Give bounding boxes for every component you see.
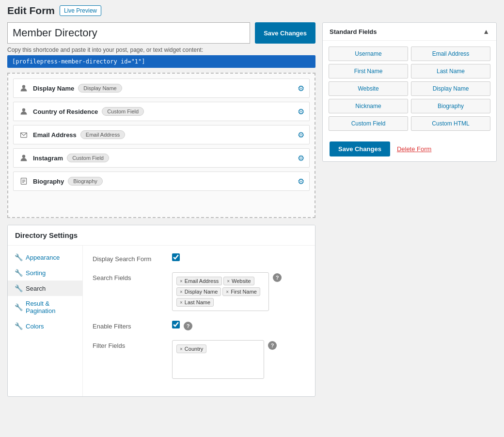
tag-remove-icon[interactable]: × — [180, 300, 183, 305]
tag-remove-icon[interactable]: × — [180, 279, 183, 284]
field-tag: Custom Field — [102, 107, 144, 116]
tag-remove-icon[interactable]: × — [226, 289, 229, 295]
standard-field-button[interactable]: Nickname — [329, 99, 408, 113]
right-column: Standard Fields ▲ UsernameEmail AddressF… — [322, 22, 497, 168]
enable-filters-label: Enable Filters — [93, 321, 165, 330]
field-label: Country of Residence — [33, 108, 98, 115]
directory-settings: Directory Settings 🔧Appearance🔧Sorting🔧S… — [7, 225, 315, 397]
shortcode-box: [profilepress-member-directory id="1"] — [7, 55, 315, 68]
standard-field-button[interactable]: Email Address — [411, 47, 490, 61]
settings-nav-item-result-&-pagination[interactable]: 🔧Result & Pagination — [8, 296, 82, 318]
page-title: Edit Form — [7, 5, 55, 16]
nav-wrench-icon: 🔧 — [15, 322, 23, 330]
field-label: Instagram — [33, 155, 63, 162]
nav-label: Appearance — [26, 254, 60, 261]
shortcode-label: Copy this shortcode and paste it into yo… — [7, 47, 315, 53]
nav-wrench-icon: 🔧 — [15, 284, 23, 292]
field-gear-icon[interactable]: ⚙ — [298, 107, 304, 116]
field-tag: Email Address — [80, 130, 125, 139]
collapse-arrow-icon[interactable]: ▲ — [483, 28, 489, 35]
tag-remove-icon[interactable]: × — [227, 279, 230, 284]
save-changes-button-top[interactable]: Save Changes — [255, 22, 315, 44]
search-fields-label: Search Fields — [93, 272, 165, 281]
search-fields-help-icon[interactable]: ? — [273, 273, 282, 282]
delete-form-button[interactable]: Delete Form — [397, 145, 432, 153]
standard-field-button[interactable]: First Name — [329, 64, 408, 78]
settings-nav-item-search[interactable]: 🔧Search — [8, 281, 82, 296]
left-column: Save Changes Copy this shortcode and pas… — [7, 22, 315, 397]
filter-fields-help-icon[interactable]: ? — [268, 341, 277, 350]
standard-field-button[interactable]: Last Name — [411, 64, 490, 78]
nav-wrench-icon: 🔧 — [15, 269, 23, 277]
form-name-input[interactable] — [7, 22, 250, 44]
svg-point-0 — [22, 85, 25, 88]
field-row: Country of Residence Custom Field ⚙ — [13, 102, 310, 121]
search-tag[interactable]: ×Email Address — [176, 277, 222, 285]
enable-filters-row: Enable Filters ? — [93, 321, 305, 330]
search-tag[interactable]: ×First Name — [222, 287, 260, 296]
field-row: Email Address Email Address ⚙ — [13, 125, 310, 144]
standard-fields-title: Standard Fields — [330, 28, 377, 35]
search-tag[interactable]: ×Display Name — [176, 287, 221, 296]
tag-remove-icon[interactable]: × — [180, 346, 183, 352]
nav-wrench-icon: 🔧 — [15, 303, 23, 311]
display-search-form-checkbox[interactable] — [172, 253, 180, 261]
standard-field-button[interactable]: Custom HTML — [411, 116, 490, 131]
settings-nav-item-appearance[interactable]: 🔧Appearance — [8, 250, 82, 265]
field-tag: Custom Field — [67, 154, 109, 162]
standard-field-button[interactable]: Display Name — [411, 81, 490, 96]
nav-label: Colors — [26, 323, 44, 330]
doc-icon — [18, 176, 29, 187]
field-row: Instagram Custom Field ⚙ — [13, 148, 310, 168]
settings-content: Display Search Form Search Fields — [83, 246, 315, 396]
page-header: Edit Form Live Preview — [7, 5, 497, 16]
settings-sidebar: 🔧Appearance🔧Sorting🔧Search🔧Result & Pagi… — [8, 246, 83, 396]
filter-tag[interactable]: ×Country — [176, 344, 206, 353]
field-gear-icon[interactable]: ⚙ — [298, 154, 304, 163]
field-gear-icon[interactable]: ⚙ — [298, 130, 304, 140]
person-icon — [18, 83, 29, 94]
save-changes-button-right[interactable]: Save Changes — [330, 141, 390, 156]
standard-field-button[interactable]: Website — [329, 81, 408, 96]
field-label: Email Address — [33, 131, 77, 139]
enable-filters-checkbox[interactable] — [172, 321, 180, 328]
filter-fields-tags[interactable]: ×Country — [172, 340, 264, 379]
field-row: Biography Biography ⚙ — [13, 172, 310, 191]
form-name-row: Save Changes — [7, 22, 315, 44]
standard-field-button[interactable]: Custom Field — [329, 116, 408, 131]
svg-point-3 — [22, 155, 25, 158]
search-fields-row: Search Fields ×Email Address×Website×Dis… — [93, 272, 305, 311]
nav-label: Sorting — [26, 269, 46, 277]
standard-field-button[interactable]: Username — [329, 47, 408, 61]
live-preview-button[interactable]: Live Preview — [60, 5, 101, 16]
standard-fields-header: Standard Fields ▲ — [323, 23, 496, 41]
display-search-form-row: Display Search Form — [93, 253, 305, 263]
field-label: Display Name — [33, 85, 74, 92]
standard-field-button[interactable]: Biography — [411, 99, 490, 113]
filter-fields-row: Filter Fields ×Country ? — [93, 340, 305, 379]
field-gear-icon[interactable]: ⚙ — [298, 177, 304, 186]
fields-area: Display Name Display Name ⚙ Country of R… — [7, 73, 315, 218]
email-icon — [18, 129, 29, 140]
person-icon — [18, 153, 29, 163]
field-tag: Biography — [68, 177, 103, 186]
search-fields-tags[interactable]: ×Email Address×Website×Display Name×Firs… — [172, 272, 269, 311]
svg-point-1 — [22, 109, 25, 111]
field-gear-icon[interactable]: ⚙ — [298, 84, 304, 93]
enable-filters-help-icon[interactable]: ? — [184, 322, 192, 330]
nav-wrench-icon: 🔧 — [15, 253, 23, 261]
settings-nav-item-sorting[interactable]: 🔧Sorting — [8, 265, 82, 281]
nav-label: Search — [26, 285, 46, 292]
standard-fields-grid: UsernameEmail AddressFirst NameLast Name… — [323, 41, 496, 137]
field-tag: Display Name — [78, 84, 122, 93]
nav-label: Result & Pagination — [26, 300, 76, 314]
settings-nav-item-colors[interactable]: 🔧Colors — [8, 318, 82, 334]
right-actions: Save Changes Delete Form — [323, 137, 496, 161]
filter-fields-label: Filter Fields — [93, 340, 165, 349]
standard-fields-panel: Standard Fields ▲ UsernameEmail AddressF… — [322, 22, 497, 162]
tag-remove-icon[interactable]: × — [180, 289, 183, 295]
field-label: Biography — [33, 178, 64, 185]
directory-settings-header: Directory Settings — [8, 225, 315, 246]
search-tag[interactable]: ×Last Name — [176, 298, 214, 307]
search-tag[interactable]: ×Website — [223, 277, 254, 285]
